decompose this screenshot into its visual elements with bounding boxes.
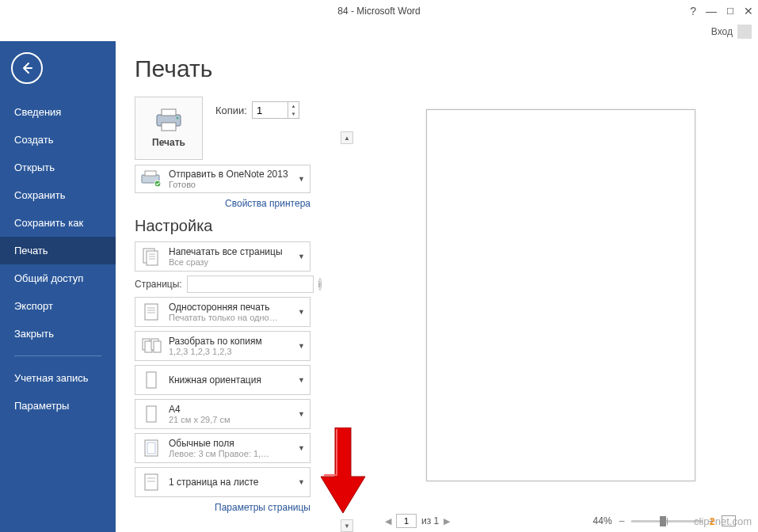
- help-icon[interactable]: ?: [690, 5, 696, 17]
- printer-small-icon: [140, 170, 164, 188]
- printer-status: Готово: [169, 180, 293, 189]
- nav-separator: [14, 355, 101, 356]
- page-preview: [426, 109, 695, 481]
- backstage-sidebar: Сведения Создать Открыть Сохранить Сохра…: [0, 41, 116, 532]
- nav-share[interactable]: Общий доступ: [0, 264, 116, 292]
- nav-print[interactable]: Печать: [0, 237, 116, 264]
- window-title: 84 - Microsoft Word: [337, 6, 420, 17]
- chevron-down-icon: ▼: [298, 175, 305, 183]
- setting-sides[interactable]: Односторонняя печатьПечатать только на о…: [135, 297, 310, 327]
- setting-orientation[interactable]: Книжная ориентация ▼: [135, 365, 310, 395]
- svg-point-6: [154, 180, 161, 187]
- zoom-out-icon[interactable]: −: [619, 515, 625, 527]
- signin-row: Вход: [0, 22, 758, 41]
- page-setup-link[interactable]: Параметры страницы: [135, 502, 310, 513]
- zoom-level: 44%: [593, 515, 612, 526]
- scroll-up-icon[interactable]: ▲: [341, 131, 353, 144]
- svg-rect-19: [154, 341, 161, 352]
- print-settings-column: Печать Печать Копии: ▲▼ Отправить в: [135, 55, 339, 532]
- collate-icon: [140, 335, 162, 357]
- setting-per-sheet[interactable]: 1 страница на листе ▼: [135, 467, 310, 497]
- printer-icon: [154, 108, 184, 132]
- avatar[interactable]: [737, 25, 752, 39]
- page-title: Печать: [135, 55, 339, 82]
- copies-down[interactable]: ▼: [288, 110, 299, 118]
- margins-icon: [140, 437, 162, 459]
- svg-rect-20: [147, 372, 156, 388]
- svg-rect-24: [145, 474, 158, 490]
- setting-margins[interactable]: Обычные поляЛевое: 3 см Правое: 1,… ▼: [135, 433, 310, 463]
- next-page-icon[interactable]: ▶: [444, 516, 450, 526]
- printer-selector[interactable]: Отправить в OneNote 2013 Готово ▼: [135, 165, 310, 193]
- nav-info[interactable]: Сведения: [0, 98, 116, 126]
- signin-link[interactable]: Вход: [711, 26, 733, 37]
- title-bar: 84 - Microsoft Word ? — ☐ ✕: [0, 0, 758, 22]
- svg-rect-21: [147, 406, 156, 422]
- minimize-icon[interactable]: —: [706, 5, 717, 17]
- copies-input[interactable]: [253, 102, 288, 118]
- maximize-icon[interactable]: ☐: [726, 6, 734, 17]
- pages-label: Страницы:: [135, 279, 182, 290]
- copies-up[interactable]: ▲: [288, 102, 299, 110]
- prev-page-icon[interactable]: ◀: [385, 516, 391, 526]
- nav-save[interactable]: Сохранить: [0, 181, 116, 209]
- chevron-down-icon: ▼: [298, 478, 305, 486]
- nav-open[interactable]: Открыть: [0, 154, 116, 181]
- pages-input[interactable]: [187, 276, 314, 293]
- setting-paper-size[interactable]: A421 см x 29,7 см ▼: [135, 399, 310, 429]
- setting-collate[interactable]: Разобрать по копиям1,2,3 1,2,3 1,2,3 ▼: [135, 331, 310, 361]
- svg-rect-8: [147, 251, 158, 265]
- preview-status-bar: ◀ из 1 ▶ 44% − +: [379, 510, 742, 532]
- settings-scrollbar[interactable]: ▲ ▼: [341, 131, 355, 532]
- chevron-down-icon: ▼: [298, 308, 305, 316]
- printer-properties-link[interactable]: Свойства принтера: [135, 198, 310, 209]
- watermark: clip2net.com: [694, 515, 752, 527]
- preview-column: ◀ из 1 ▶ 44% − +: [355, 55, 758, 532]
- pages-icon: [140, 245, 162, 268]
- chevron-down-icon: ▼: [298, 376, 305, 384]
- nav-options[interactable]: Параметры: [0, 392, 116, 420]
- nav-saveas[interactable]: Сохранить как: [0, 209, 116, 237]
- chevron-down-icon: ▼: [298, 342, 305, 350]
- setting-print-range[interactable]: Напечатать все страницыВсе сразу ▼: [135, 241, 310, 272]
- close-icon[interactable]: ✕: [744, 5, 753, 17]
- printer-name: Отправить в OneNote 2013: [169, 169, 293, 180]
- scroll-down-icon[interactable]: ▼: [341, 519, 353, 532]
- svg-rect-2: [162, 123, 176, 131]
- svg-rect-5: [145, 171, 156, 176]
- portrait-icon: [140, 369, 162, 391]
- per-sheet-icon: [140, 471, 162, 493]
- back-button[interactable]: [11, 52, 43, 84]
- info-icon[interactable]: i: [318, 278, 322, 291]
- svg-point-3: [177, 117, 179, 120]
- nav-new[interactable]: Создать: [0, 126, 116, 154]
- zoom-slider[interactable]: [631, 520, 703, 522]
- page-of-label: из 1: [421, 515, 439, 526]
- nav-account[interactable]: Учетная запись: [0, 364, 116, 392]
- svg-rect-12: [145, 304, 158, 320]
- chevron-down-icon: ▼: [298, 253, 305, 260]
- copies-spinner[interactable]: ▲▼: [252, 101, 299, 119]
- svg-rect-1: [162, 109, 176, 116]
- page-navigator: ◀ из 1 ▶: [385, 514, 450, 528]
- window-controls: ? — ☐ ✕: [690, 5, 753, 17]
- settings-title: Настройка: [135, 217, 339, 235]
- print-button[interactable]: Печать: [135, 97, 203, 160]
- chevron-down-icon: ▼: [298, 444, 305, 452]
- paper-icon: [140, 403, 162, 425]
- nav-export[interactable]: Экспорт: [0, 292, 116, 320]
- chevron-down-icon: ▼: [298, 410, 305, 418]
- copies-label: Копии:: [215, 104, 247, 116]
- one-sided-icon: [140, 301, 162, 323]
- page-number-input[interactable]: [396, 514, 417, 528]
- nav-close[interactable]: Закрыть: [0, 320, 116, 348]
